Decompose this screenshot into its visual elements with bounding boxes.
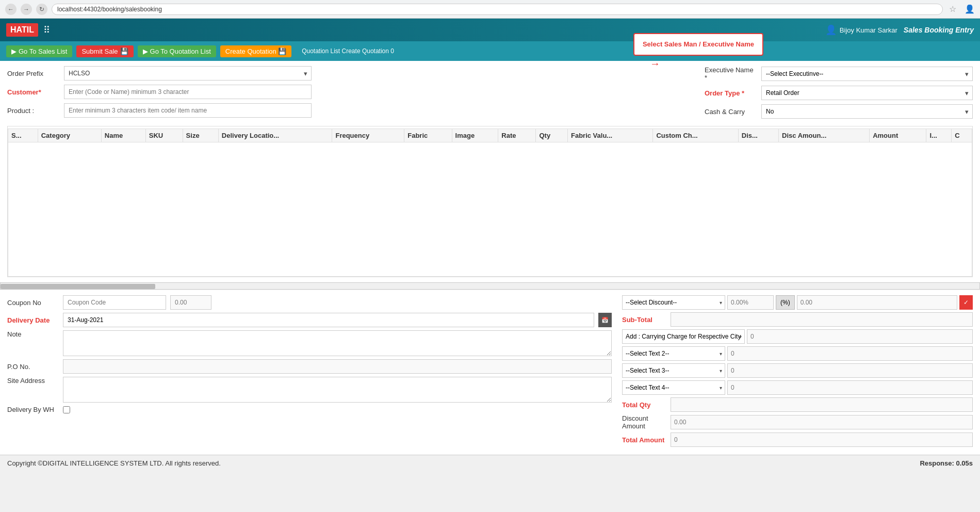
back-button[interactable]: ← [5,4,17,15]
total-qty-value [671,397,973,412]
col-delivery: Delivery Locatio... [218,129,332,142]
delivery-date-label: Delivery Date [7,316,59,324]
col-size: Size [183,129,218,142]
delivery-date-input[interactable] [63,313,594,327]
discount-select[interactable]: --Select Discount-- [622,295,725,310]
footer-copyright: Copyright ©DIGITAL INTELLIGENCE SYSTEM L… [7,459,221,467]
create-quotation-button[interactable]: Create Quotation 💾 [220,45,291,57]
col-fabric: Fabric [404,129,452,142]
total-amount-label: Total Amount [622,436,668,444]
discount-apply-btn[interactable]: ✓ [959,295,973,310]
note-textarea[interactable] [63,330,612,356]
discount-amount-value [671,415,973,429]
select-text4-value[interactable] [727,380,973,395]
tooltip-box: Select Sales Man / Executive Name [633,33,763,56]
select-text2-value[interactable] [727,346,973,361]
horizontal-scrollbar[interactable] [0,282,980,290]
tooltip-arrow: → [650,58,660,70]
sub-total-row: Sub-Total [622,312,973,327]
delivery-date-row: Delivery Date 📅 [7,313,612,327]
go-to-quotation-button[interactable]: ▶ Go To Quotation List [138,45,216,57]
forward-button[interactable]: → [21,4,32,15]
reload-button[interactable]: ↻ [36,4,47,15]
sub-total-value [671,312,973,327]
product-label: Product : [7,107,59,115]
col-c: C [952,129,972,142]
header-right: 👤 Bijoy Kumar Sarkar Sales Booking Entry [825,24,974,36]
site-address-row: Site Address [7,377,612,403]
user-icon: 👤 [825,24,837,36]
discount-amount-label: Discount Amount [622,414,668,430]
sub-total-label: Sub-Total [622,316,668,324]
carrying-charge-select[interactable]: Add : Carrying Charge for Respective Cit… [622,329,745,344]
executive-label: Executive Name * [705,66,756,82]
carrying-charge-row: Add : Carrying Charge for Respective Cit… [622,329,973,344]
discount-pct-input[interactable] [727,295,774,310]
order-type-select[interactable]: Retail Order [761,86,973,100]
pct-button[interactable]: (%) [776,295,795,310]
bookmark-icon[interactable]: ☆ [949,4,956,14]
carrying-charge-value[interactable] [747,329,973,344]
col-i: I... [926,129,952,142]
order-type-row: Order Type * Retail Order [705,86,973,100]
col-sku: SKU [145,129,183,142]
order-prefix-select[interactable]: HCLSO [64,66,312,81]
total-qty-row: Total Qty [622,397,973,412]
product-input[interactable] [64,103,312,118]
quotation-icon: ▶ [143,47,148,55]
go-to-sales-button[interactable]: ▶ Go To Sales List [6,45,72,57]
bottom-section: Coupon No Delivery Date 📅 Note P.O No. S… [0,290,980,455]
select-text3-row: --Select Text 3-- [622,363,973,378]
delivery-wh-label: Delivery By WH [7,406,59,413]
scrollbar-thumb[interactable] [1,284,155,289]
order-prefix-label: Order Prefix [7,70,59,77]
order-type-label: Order Type * [705,89,756,97]
product-table: S... Category Name SKU Size Delivery Loc… [8,129,972,277]
select-text3-select[interactable]: --Select Text 3-- [622,363,725,378]
delivery-wh-checkbox[interactable] [63,406,70,413]
po-no-row: P.O No. [7,359,612,374]
coupon-no-label: Coupon No [7,299,59,307]
total-amount-value [671,433,973,447]
col-name: Name [101,129,145,142]
submit-sale-button[interactable]: Submit Sale 💾 [76,45,133,57]
footer: Copyright ©DIGITAL INTELLIGENCE SYSTEM L… [0,455,980,471]
browser-bar: ← → ↻ ☆ 👤 [0,0,980,19]
select-text3-value[interactable] [727,363,973,378]
total-qty-label: Total Qty [622,401,668,409]
url-bar[interactable] [52,4,943,15]
order-prefix-row: Order Prefix HCLSO [7,66,694,81]
site-address-textarea[interactable] [63,377,612,403]
note-row: Note [7,330,612,356]
executive-select[interactable]: --Select Executinve-- [761,67,973,81]
col-dis: Dis... [738,129,778,142]
col-fabric-val: Fabric Valu... [567,129,652,142]
discount-value-input[interactable] [797,295,957,310]
col-sno: S... [8,129,38,142]
total-amount-row: Total Amount [622,433,973,447]
col-amount: Amount [870,129,926,142]
discount-amount-row: Discount Amount [622,414,973,430]
site-address-label: Site Address [7,377,59,385]
cash-carry-select[interactable]: No [761,104,973,119]
customer-input[interactable] [64,85,312,99]
app-header: HATIL ⠿ Select Sales Man / Executive Nam… [0,19,980,41]
bottom-left: Coupon No Delivery Date 📅 Note P.O No. S… [7,295,622,450]
select-text2-select[interactable]: --Select Text 2-- [622,346,725,361]
bottom-right: --Select Discount-- (%) ✓ Sub-Total Add … [622,295,973,450]
coupon-value-input[interactable] [170,295,211,310]
main-content: Order Prefix HCLSO Customer* Product : E… [0,61,980,282]
coupon-code-input[interactable] [63,295,166,310]
col-disc-amount: Disc Amoun... [779,129,870,142]
discount-row: --Select Discount-- (%) ✓ [622,295,973,310]
executive-row: Executive Name * --Select Executinve-- [705,66,973,82]
cash-carry-row: Cash & Carry No [705,104,973,119]
go-sales-icon: ▶ [11,47,17,55]
select-text4-row: --Select Text 4-- [622,380,973,395]
col-image: Image [452,129,498,142]
select-text4-select[interactable]: --Select Text 4-- [622,380,725,395]
po-no-input[interactable] [63,359,612,374]
customer-label: Customer* [7,88,59,96]
calendar-button[interactable]: 📅 [598,313,612,327]
grid-icon[interactable]: ⠿ [43,24,50,36]
